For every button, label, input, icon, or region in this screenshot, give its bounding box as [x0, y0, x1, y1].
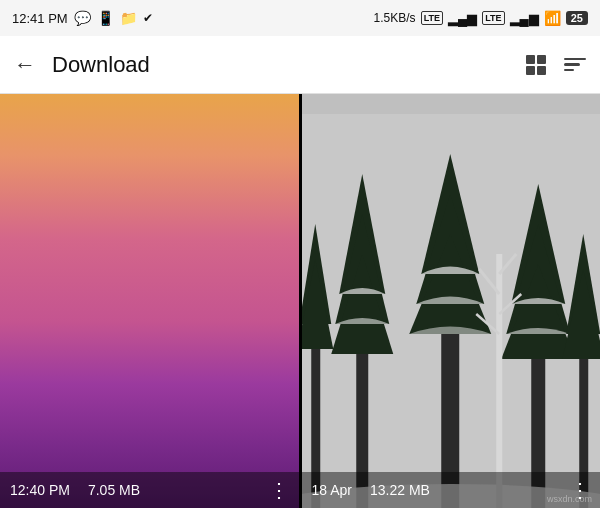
tile-1-timestamp: 12:40 PM — [10, 482, 70, 498]
filter-line-2 — [564, 63, 580, 66]
tile-2-more-button[interactable]: ⋮ — [570, 480, 590, 500]
wifi-icon: 📶 — [544, 10, 561, 26]
tile-1-meta: 12:40 PM 7.05 MB — [10, 482, 140, 498]
svg-rect-26 — [302, 94, 601, 114]
grid-cell-4 — [537, 66, 546, 75]
tile-2-timestamp: 18 Apr — [312, 482, 352, 498]
snow-forest-image — [302, 94, 601, 508]
filter-sort-icon[interactable] — [564, 58, 586, 72]
tile-1-more-button[interactable]: ⋮ — [269, 480, 289, 500]
grid-cell-2 — [537, 55, 546, 64]
app-bar: ← Download — [0, 36, 600, 94]
battery-indicator: 25 — [566, 11, 588, 25]
tile-1-size: 7.05 MB — [88, 482, 140, 498]
whatsapp-icon: 📱 — [97, 10, 114, 26]
thumbnail-tile-2[interactable]: 18 Apr 13.22 MB ⋮ wsxdn.com — [302, 94, 601, 508]
signal-bars-1: ▂▄▆ — [448, 11, 477, 26]
grid-cell-1 — [526, 55, 535, 64]
speed-indicator: 1.5KB/s — [374, 11, 416, 25]
file-manager-icon: 📁 — [120, 10, 137, 26]
lte-badge-2: LTE — [482, 11, 504, 26]
status-right: 1.5KB/s LTE ▂▄▆ LTE ▂▄▆ 📶 25 — [374, 10, 588, 26]
status-time: 12:41 PM — [12, 11, 68, 26]
lte-badge-1: LTE — [421, 11, 443, 26]
tile-2-overlay: 18 Apr 13.22 MB ⋮ — [302, 472, 601, 508]
app-bar-actions — [526, 55, 586, 75]
page-title: Download — [52, 52, 526, 78]
tile-2-size: 13.22 MB — [370, 482, 430, 498]
filter-line-1 — [564, 58, 586, 61]
grid-cell-3 — [526, 66, 535, 75]
back-button[interactable]: ← — [14, 54, 36, 76]
thumbnail-tile-1[interactable]: 12:40 PM 7.05 MB ⋮ — [0, 94, 299, 508]
check-icon: ✔ — [143, 11, 153, 25]
grid-view-icon[interactable] — [526, 55, 546, 75]
signal-bars-2: ▂▄▆ — [510, 11, 539, 26]
status-left: 12:41 PM 💬 📱 📁 ✔ — [12, 10, 153, 26]
sunset-image — [0, 94, 299, 508]
content-area: 12:40 PM 7.05 MB ⋮ — [0, 94, 600, 508]
filter-line-3 — [564, 69, 574, 72]
tile-2-meta: 18 Apr 13.22 MB — [312, 482, 430, 498]
tile-1-overlay: 12:40 PM 7.05 MB ⋮ — [0, 472, 299, 508]
message-icon: 💬 — [74, 10, 91, 26]
status-bar: 12:41 PM 💬 📱 📁 ✔ 1.5KB/s LTE ▂▄▆ LTE ▂▄▆… — [0, 0, 600, 36]
